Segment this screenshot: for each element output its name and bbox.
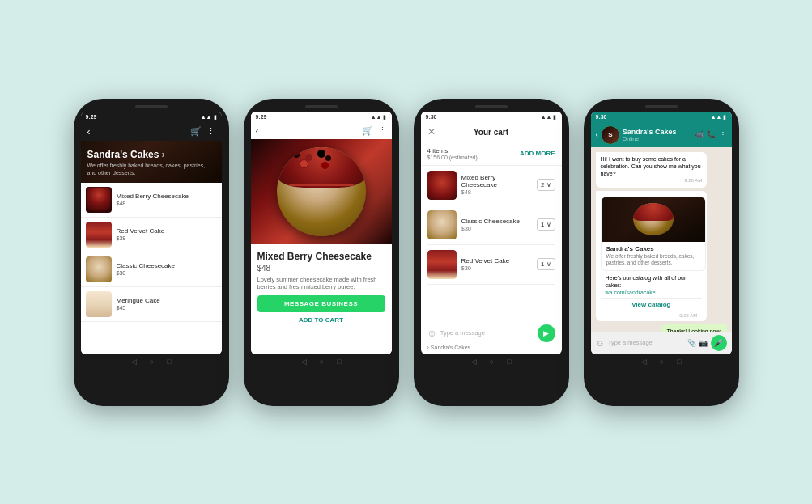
cart-icon-1[interactable]: 🛒 <box>190 126 202 137</box>
cart-icon-2[interactable]: 🛒 <box>362 125 373 136</box>
menu-icon-2[interactable]: ⋮ <box>378 125 387 136</box>
message-input-p4[interactable]: Type a message <box>608 339 684 346</box>
catalog-text: Here's our catalog with all of our cakes… <box>606 275 687 288</box>
phone-speaker-1 <box>135 105 168 108</box>
time-4: 9:30 <box>596 114 607 120</box>
msg-time-2: 9:28 AM <box>601 313 703 322</box>
cart-qty-1[interactable]: 2 ∨ <box>537 179 555 191</box>
send-button-p3[interactable]: ▶ <box>538 324 555 342</box>
message-input-p3[interactable]: Type a message <box>440 329 534 337</box>
home-nav-2[interactable]: ○ <box>320 358 324 366</box>
phone-2: 9:29 ▲▲ ▮ ‹ 🛒 ⋮ <box>244 99 399 406</box>
mic-button[interactable]: 🎤 <box>711 335 727 351</box>
video-icon-4[interactable]: 📹 <box>695 130 704 139</box>
p2-product-desc: Lovely summer cheesecake made with fresh… <box>257 276 385 292</box>
nav-bar-2: ◁ ○ □ <box>301 354 342 367</box>
p2-top-bar: ‹ 🛒 ⋮ <box>251 123 392 139</box>
catalog-link[interactable]: wa.com/sandracake <box>606 290 656 295</box>
message-business-button[interactable]: MESSAGE BUSINESS <box>257 295 385 312</box>
p3-summary-left: 4 items $156.00 (estimated) <box>427 147 478 160</box>
nav-bar-4: ◁ ○ □ <box>641 354 682 367</box>
camera-icon-4[interactable]: 📷 <box>699 339 708 347</box>
list-item[interactable]: Red Velvet Cake $38 <box>81 218 222 252</box>
recent-nav-1[interactable]: □ <box>167 358 171 366</box>
add-more-button[interactable]: ADD MORE <box>520 150 555 157</box>
chevron-right-p3: › <box>427 345 429 350</box>
phones-container: 9:29 ▲▲ ▮ ‹ 🛒 ⋮ Sandra's Cakes › <box>74 99 739 406</box>
home-nav-3[interactable]: ○ <box>490 358 494 366</box>
view-catalog-label: View catalog <box>631 301 670 308</box>
qty-chevron-3[interactable]: ∨ <box>546 260 551 268</box>
add-to-cart-button[interactable]: ADD TO CART <box>257 316 385 324</box>
back-nav-3[interactable]: ◁ <box>471 358 477 366</box>
back-nav-2[interactable]: ◁ <box>301 358 307 366</box>
phone-icon-4[interactable]: 📞 <box>707 130 716 139</box>
product-name-3: Classic Cheesecake <box>117 262 217 269</box>
back-icon-2[interactable]: ‹ <box>256 125 259 137</box>
catalog-msg-text: Here's our catalog with all of our cakes… <box>601 271 703 298</box>
emoji-icon-p3[interactable]: ☺ <box>427 328 437 339</box>
p1-header: ‹ 🛒 ⋮ <box>81 123 222 141</box>
list-item[interactable]: Meringue Cake $45 <box>81 287 222 322</box>
chevron-icon-1[interactable]: › <box>161 149 164 160</box>
cart-title: Your cart <box>474 128 508 137</box>
emoji-icon-p4[interactable]: ☺ <box>596 338 605 348</box>
store-name-p3: Sandra's Cakes <box>431 345 470 350</box>
cart-item-info-2: Classic Cheesecake $30 <box>461 218 533 232</box>
back-nav-4[interactable]: ◁ <box>641 358 647 366</box>
qty-chevron-2[interactable]: ∨ <box>546 221 551 228</box>
qty-value-1: 2 <box>541 181 544 188</box>
product-info-2: Red Velvet Cake $38 <box>117 227 217 241</box>
p2-product-content: Mixed Berry Cheesecake $48 Lovely summer… <box>251 244 392 354</box>
cart-qty-3[interactable]: 1 ∨ <box>537 258 555 270</box>
close-icon-cart[interactable]: ✕ <box>427 126 436 138</box>
home-nav-1[interactable]: ○ <box>150 358 154 366</box>
back-nav-1[interactable]: ◁ <box>131 358 137 366</box>
p1-store-desc: We offer freshly baked breads, cakes, pa… <box>87 162 215 176</box>
attach-icon-4[interactable]: 📎 <box>687 339 696 347</box>
p4-chat-icons: 📹 📞 ⋮ <box>695 130 727 139</box>
msg-text-3: Thanks! Looking now! <box>666 328 721 331</box>
recent-nav-2[interactable]: □ <box>337 358 341 366</box>
phone-screen-1: 9:29 ▲▲ ▮ ‹ 🛒 ⋮ Sandra's Cakes › <box>81 112 222 354</box>
recent-nav-4[interactable]: □ <box>677 358 681 366</box>
menu-icon-1[interactable]: ⋮ <box>206 126 215 137</box>
store-bg <box>602 197 705 242</box>
p1-hero: Sandra's Cakes › We offer freshly baked … <box>81 141 222 183</box>
p3-header: ✕ Your cart <box>421 123 562 142</box>
qty-value-2: 1 <box>541 221 544 228</box>
cart-qty-2[interactable]: 1 ∨ <box>537 218 555 231</box>
list-item[interactable]: Classic Cheesecake $30 <box>81 252 222 287</box>
catalog-card[interactable]: Sandra's Cakes We offer freshly baked br… <box>601 197 706 271</box>
product-price-4: $45 <box>117 305 217 311</box>
p3-summary: 4 items $156.00 (estimated) ADD MORE <box>421 142 562 166</box>
signal-icons-2: ▲▲ ▮ <box>371 114 387 121</box>
p4-chat-info: Sandra's Cakes Online <box>623 128 691 142</box>
view-catalog-btn[interactable]: View catalog <box>601 298 703 311</box>
p2-product-price: $48 <box>257 264 385 273</box>
status-bar-1: 9:29 ▲▲ ▮ <box>81 112 222 123</box>
status-bar-4: 9:30 ▲▲ ▮ <box>591 112 732 123</box>
catalog-card-img <box>602 197 705 242</box>
recent-nav-3[interactable]: □ <box>507 358 511 366</box>
signal-icons-1: ▲▲ ▮ <box>201 114 217 121</box>
menu-icon-4[interactable]: ⋮ <box>719 130 727 139</box>
p3-footer: ☺ Type a message ▶ › Sandra's Cakes <box>421 320 562 354</box>
back-icon-1[interactable]: ‹ <box>87 126 91 138</box>
signal-icons-3: ▲▲ ▮ <box>541 114 557 121</box>
back-icon-4[interactable]: ‹ <box>596 130 598 139</box>
cart-item-img-1 <box>427 171 457 200</box>
list-item[interactable]: Mixed Berry Cheesecake $48 <box>81 183 222 218</box>
cart-item-price-1: $48 <box>461 188 533 196</box>
nav-bar-3: ◁ ○ □ <box>471 354 512 367</box>
qty-chevron-1[interactable]: ∨ <box>546 181 551 188</box>
chat-avatar: S <box>602 126 619 144</box>
cart-item-price-2: $30 <box>461 225 533 232</box>
msg-text-1: Hi! I want to buy some cakes for a celeb… <box>601 156 701 176</box>
p2-top-bar-icons: 🛒 ⋮ <box>362 125 387 136</box>
home-nav-4[interactable]: ○ <box>660 358 664 366</box>
p3-msg-bar: ☺ Type a message ▶ <box>427 324 555 342</box>
catalog-card-bottom: Sandra's Cakes We offer freshly baked br… <box>602 242 705 270</box>
cart-item-name-3: Red Velvet Cake <box>461 257 533 265</box>
phone-3: 9:30 ▲▲ ▮ ✕ Your cart 4 items $156.00 (e… <box>414 99 569 406</box>
